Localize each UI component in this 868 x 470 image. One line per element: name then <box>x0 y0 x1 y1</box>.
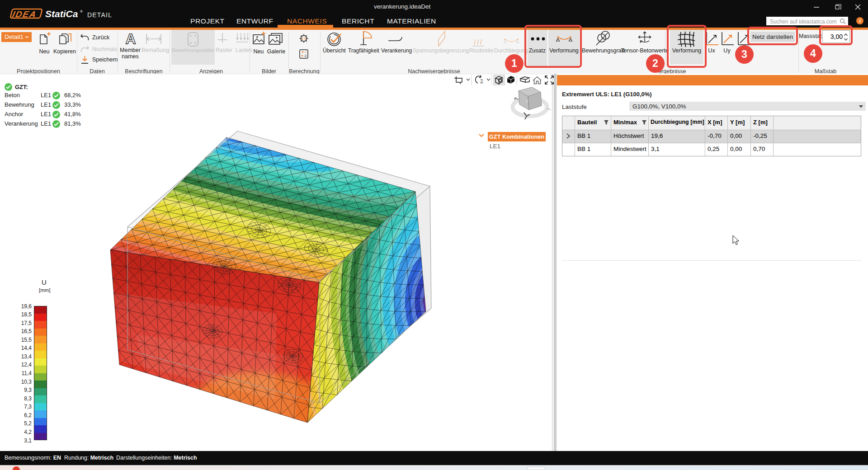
svg-text:DETAIL: DETAIL <box>87 11 112 19</box>
svg-text:StatiCa: StatiCa <box>45 9 78 19</box>
svg-text:A: A <box>125 31 136 47</box>
svg-text:IDEA: IDEA <box>11 9 38 19</box>
svg-text:®: ® <box>80 9 83 14</box>
